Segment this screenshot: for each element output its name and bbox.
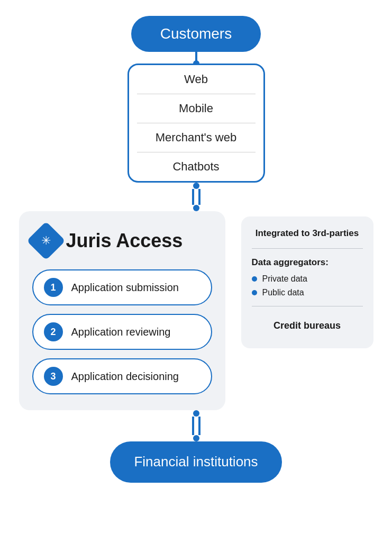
integrated-title: Integrated to 3rd-parties xyxy=(252,228,363,239)
step-1-label: Application submission xyxy=(71,281,179,294)
customers-label: Customers xyxy=(160,25,232,42)
channel-chatbots: Chatbots xyxy=(129,152,263,181)
double-connector-bottom xyxy=(192,410,200,441)
line-left xyxy=(192,189,194,205)
data-aggregators-title: Data aggregators: xyxy=(252,257,363,268)
public-data-dot xyxy=(252,290,257,295)
dot-2 xyxy=(193,183,199,189)
integrated-divider-1 xyxy=(252,248,363,249)
double-lines-bottom xyxy=(192,417,200,435)
step-1-item: 1 Application submission xyxy=(32,269,212,305)
private-data-label: Private data xyxy=(262,274,307,284)
financial-institutions-node: Financial institutions xyxy=(110,441,281,483)
step-2-label: Application reviewing xyxy=(71,325,171,339)
private-data-item: Private data xyxy=(252,274,363,284)
diagram-container: Customers Web Mobile Merchant's web Chat… xyxy=(0,0,392,542)
dot-3 xyxy=(193,205,199,211)
integrated-divider-2 xyxy=(252,306,363,306)
connector-1 xyxy=(195,52,197,64)
private-data-dot xyxy=(252,276,257,282)
step-3-item: 3 Application decisioning xyxy=(32,358,212,394)
juris-title: Juris Access xyxy=(66,230,183,252)
dot-5 xyxy=(193,435,199,441)
customers-node: Customers xyxy=(131,16,261,52)
channel-web: Web xyxy=(129,65,263,94)
step-3-number: 3 xyxy=(44,367,63,386)
line-right xyxy=(198,189,200,205)
dot-4 xyxy=(193,410,199,417)
juris-header: ✳ Juris Access xyxy=(32,227,212,255)
juris-logo-icon: ✳ xyxy=(26,221,66,260)
juris-access-box: ✳ Juris Access 1 Application submission … xyxy=(19,211,225,410)
step-2-item: 2 Application reviewing xyxy=(32,314,212,350)
double-lines xyxy=(192,189,200,205)
integrated-box: Integrated to 3rd-parties Data aggregato… xyxy=(241,216,373,348)
step-2-number: 2 xyxy=(44,322,63,341)
line-right-b xyxy=(198,417,200,435)
public-data-item: Public data xyxy=(252,288,363,297)
double-connector-top xyxy=(192,183,200,211)
financial-label: Financial institutions xyxy=(134,453,258,471)
step-1-number: 1 xyxy=(44,278,63,297)
public-data-label: Public data xyxy=(262,288,304,297)
channel-mobile: Mobile xyxy=(129,94,263,123)
credit-bureaus-label: Credit bureaus xyxy=(252,315,363,337)
main-row: ✳ Juris Access 1 Application submission … xyxy=(0,211,392,410)
step-3-label: Application decisioning xyxy=(71,369,179,383)
line-left-b xyxy=(192,417,194,435)
channel-merchant: Merchant's web xyxy=(129,123,263,152)
channels-box: Web Mobile Merchant's web Chatbots xyxy=(127,64,265,183)
